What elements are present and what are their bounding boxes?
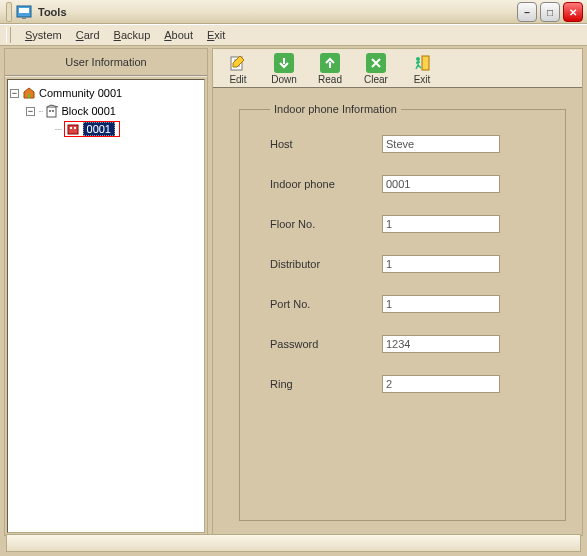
tree-label-unit: 0001 — [83, 122, 115, 136]
label-port: Port No. — [270, 298, 382, 310]
row-floor: Floor No. — [270, 215, 545, 233]
tree-selected-wrap: 0001 — [64, 121, 120, 137]
menu-about[interactable]: About — [158, 27, 199, 43]
input-indoor[interactable] — [382, 175, 500, 193]
tree-node-community[interactable]: − Community 0001 — [10, 84, 202, 102]
tree-node-unit[interactable]: ····· 0001 — [10, 120, 202, 138]
menu-system[interactable]: System — [19, 27, 68, 43]
svg-point-6 — [49, 110, 51, 112]
close-button[interactable]: ✕ — [563, 2, 583, 22]
toolbar-clear-label: Clear — [364, 74, 388, 85]
row-indoor: Indoor phone — [270, 175, 545, 193]
input-floor[interactable] — [382, 215, 500, 233]
toolbar-down[interactable]: Down — [267, 53, 301, 85]
community-icon — [22, 86, 36, 100]
svg-rect-2 — [22, 17, 26, 19]
minimize-button[interactable]: – — [517, 2, 537, 22]
input-host[interactable] — [382, 135, 500, 153]
row-password: Password — [270, 335, 545, 353]
down-icon — [274, 53, 294, 73]
svg-rect-4 — [28, 94, 30, 98]
edit-icon — [228, 53, 248, 73]
exit-icon — [412, 53, 432, 73]
window-title: Tools — [38, 6, 67, 18]
row-ring: Ring — [270, 375, 545, 393]
svg-rect-9 — [70, 127, 72, 129]
menubar-grip — [6, 27, 11, 43]
left-panel: User Information − Community 0001 − ··· … — [4, 48, 208, 536]
input-port[interactable] — [382, 295, 500, 313]
svg-rect-12 — [422, 56, 429, 70]
label-floor: Floor No. — [270, 218, 382, 230]
label-host: Host — [270, 138, 382, 150]
svg-point-13 — [416, 57, 420, 61]
svg-rect-10 — [74, 127, 76, 129]
tree-label-block: Block 0001 — [62, 105, 116, 117]
tree-label-community: Community 0001 — [39, 87, 122, 99]
fieldset-legend: Indoor phone Information — [270, 103, 401, 115]
toolbar-exit[interactable]: Exit — [405, 53, 439, 85]
row-distributor: Distributor — [270, 255, 545, 273]
svg-point-7 — [52, 110, 54, 112]
expander-minus-icon[interactable]: − — [10, 89, 19, 98]
input-ring[interactable] — [382, 375, 500, 393]
toolbar-edit[interactable]: Edit — [221, 53, 255, 85]
input-distributor[interactable] — [382, 255, 500, 273]
menu-backup[interactable]: Backup — [108, 27, 157, 43]
content-area: User Information − Community 0001 − ··· … — [0, 46, 587, 538]
unit-icon — [66, 122, 80, 136]
toolbar-read-label: Read — [318, 74, 342, 85]
read-icon — [320, 53, 340, 73]
tree-connector: ····· — [54, 124, 62, 134]
block-icon — [45, 104, 59, 118]
svg-rect-8 — [68, 125, 78, 134]
toolbar-clear[interactable]: Clear — [359, 53, 393, 85]
right-panel: Edit Down Read Clear Exit Indoor phone I… — [212, 48, 583, 536]
label-distributor: Distributor — [270, 258, 382, 270]
label-ring: Ring — [270, 378, 382, 390]
status-bar — [6, 534, 581, 552]
toolbar-down-label: Down — [271, 74, 297, 85]
app-icon — [16, 4, 32, 20]
menu-card[interactable]: Card — [70, 27, 106, 43]
tree-node-block[interactable]: − ··· Block 0001 — [10, 102, 202, 120]
toolbar-read[interactable]: Read — [313, 53, 347, 85]
input-password[interactable] — [382, 335, 500, 353]
expander-minus-icon[interactable]: − — [26, 107, 35, 116]
indoor-phone-fieldset: Indoor phone Information Host Indoor pho… — [239, 103, 566, 521]
title-bar: Tools – □ ✕ — [0, 0, 587, 24]
menu-bar: System Card Backup About Exit — [0, 24, 587, 46]
menu-exit[interactable]: Exit — [201, 27, 231, 43]
row-port: Port No. — [270, 295, 545, 313]
svg-rect-5 — [47, 107, 56, 117]
toolbar-exit-label: Exit — [414, 74, 431, 85]
left-panel-header: User Information — [5, 49, 207, 77]
clear-icon — [366, 53, 386, 73]
toolbar: Edit Down Read Clear Exit — [213, 49, 582, 89]
maximize-button[interactable]: □ — [540, 2, 560, 22]
tree-connector: ··· — [38, 106, 43, 116]
svg-rect-1 — [19, 8, 29, 13]
titlebar-grip — [6, 2, 12, 22]
row-host: Host — [270, 135, 545, 153]
tree-view[interactable]: − Community 0001 − ··· Block 0001 ····· — [7, 79, 205, 533]
label-password: Password — [270, 338, 382, 350]
toolbar-edit-label: Edit — [229, 74, 246, 85]
form-panel: Indoor phone Information Host Indoor pho… — [213, 89, 582, 535]
label-indoor: Indoor phone — [270, 178, 382, 190]
